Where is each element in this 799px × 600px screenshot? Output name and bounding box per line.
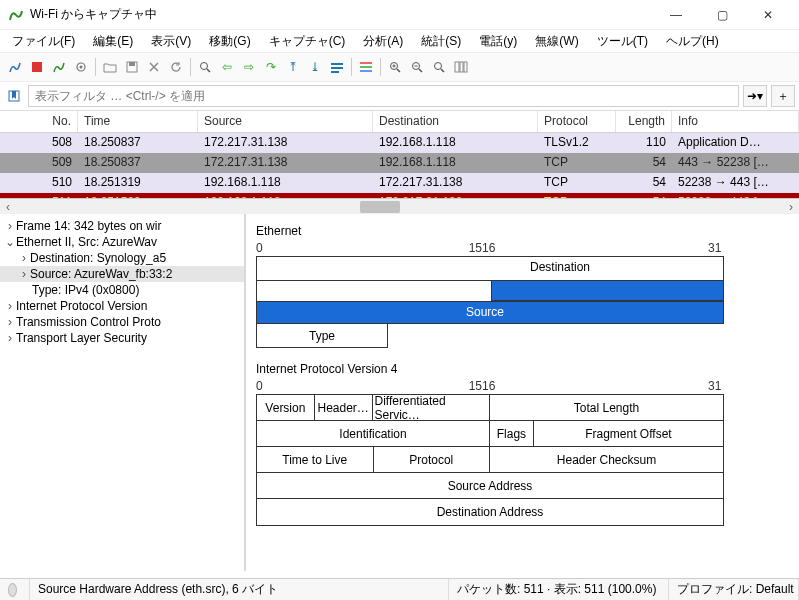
menu-statistics[interactable]: 統計(S) (413, 31, 469, 52)
cell-len: 54 (616, 153, 672, 173)
status-profile[interactable]: プロファイル: Default (669, 579, 799, 600)
capture-options-icon[interactable] (70, 56, 92, 78)
packet-row[interactable]: 51018.251319192.168.1.118172.217.31.138T… (0, 173, 799, 193)
colorize-icon[interactable] (355, 56, 377, 78)
scroll-left-icon[interactable]: ‹ (0, 199, 16, 215)
restart-capture-icon[interactable] (48, 56, 70, 78)
packet-row[interactable]: 50918.250837172.217.31.138192.168.1.118T… (0, 153, 799, 173)
menu-edit[interactable]: 編集(E) (85, 31, 141, 52)
auto-scroll-icon[interactable] (326, 56, 348, 78)
svg-rect-8 (331, 67, 343, 69)
save-file-icon[interactable] (121, 56, 143, 78)
svg-point-2 (80, 66, 83, 69)
menu-help[interactable]: ヘルプ(H) (658, 31, 727, 52)
bookmark-filter-icon[interactable] (4, 86, 24, 106)
col-header-info[interactable]: Info (672, 111, 799, 132)
ip-ttl-field[interactable]: Time to Live (257, 447, 374, 473)
expander-icon[interactable]: › (18, 251, 30, 265)
tree-tcp[interactable]: Transmission Control Proto (16, 315, 161, 329)
resize-columns-icon[interactable] (450, 56, 472, 78)
expander-icon[interactable]: › (4, 315, 16, 329)
expander-icon[interactable]: › (4, 299, 16, 313)
expert-info-icon[interactable] (8, 583, 17, 597)
tree-eth-dst[interactable]: Destination: Synology_a5 (30, 251, 166, 265)
expander-icon[interactable]: › (4, 331, 16, 345)
cell-dst: 172.217.31.138 (373, 173, 538, 193)
col-header-length[interactable]: Length (616, 111, 672, 132)
minimize-button[interactable]: — (653, 0, 699, 30)
first-packet-icon[interactable]: ⤒ (282, 56, 304, 78)
go-forward-icon[interactable]: ⇨ (238, 56, 260, 78)
display-filter-input[interactable] (28, 85, 739, 107)
col-header-destination[interactable]: Destination (373, 111, 538, 132)
maximize-button[interactable]: ▢ (699, 0, 745, 30)
go-to-packet-icon[interactable]: ↷ (260, 56, 282, 78)
eth-src-field[interactable]: Source (466, 305, 504, 319)
zoom-out-icon[interactable] (406, 56, 428, 78)
menu-view[interactable]: 表示(V) (143, 31, 199, 52)
zoom-reset-icon[interactable] (428, 56, 450, 78)
tree-tls[interactable]: Transport Layer Security (16, 331, 147, 345)
scroll-thumb[interactable] (360, 201, 400, 213)
menu-wireless[interactable]: 無線(W) (527, 31, 586, 52)
ip-version-field[interactable]: Version (257, 395, 315, 421)
cell-dst: 192.168.1.118 (373, 133, 538, 153)
col-header-time[interactable]: Time (78, 111, 198, 132)
tree-ethernet[interactable]: Ethernet II, Src: AzureWav (16, 235, 157, 249)
tree-frame[interactable]: Frame 14: 342 bytes on wir (16, 219, 161, 233)
packet-list-scrollbar[interactable]: ‹ › (0, 198, 799, 214)
tree-eth-src[interactable]: Source: AzureWav_fb:33:2 (30, 267, 172, 281)
start-capture-icon[interactable] (4, 56, 26, 78)
ip-srcaddr-field[interactable]: Source Address (257, 473, 723, 499)
cell-src: 172.217.31.138 (198, 133, 373, 153)
cell-len: 54 (616, 173, 672, 193)
filter-apply-button[interactable]: ➜▾ (743, 85, 767, 107)
open-file-icon[interactable] (99, 56, 121, 78)
menu-analyze[interactable]: 分析(A) (355, 31, 411, 52)
eth-dest-field[interactable]: Destination (530, 260, 590, 274)
svg-line-21 (441, 69, 444, 72)
scroll-right-icon[interactable]: › (783, 199, 799, 215)
close-file-icon[interactable] (143, 56, 165, 78)
menu-file[interactable]: ファイル(F) (4, 31, 83, 52)
close-button[interactable]: ✕ (745, 0, 791, 30)
cell-time: 18.250837 (78, 153, 198, 173)
ip-proto-field[interactable]: Protocol (374, 447, 491, 473)
diagram-ip-title: Internet Protocol Version 4 (256, 362, 789, 376)
expander-icon[interactable]: › (4, 219, 16, 233)
cell-proto: TLSv1.2 (538, 133, 616, 153)
find-packet-icon[interactable] (194, 56, 216, 78)
ip-checksum-field[interactable]: Header Checksum (490, 447, 723, 473)
tree-eth-type[interactable]: Type: IPv4 (0x0800) (32, 283, 139, 297)
menu-capture[interactable]: キャプチャ(C) (261, 31, 354, 52)
svg-rect-9 (331, 71, 339, 73)
packet-details-tree[interactable]: ›Frame 14: 342 bytes on wir ⌄Ethernet II… (0, 214, 246, 571)
expander-icon[interactable]: › (18, 267, 30, 281)
expander-icon[interactable]: ⌄ (4, 235, 16, 249)
col-header-source[interactable]: Source (198, 111, 373, 132)
ip-dstaddr-field[interactable]: Destination Address (257, 499, 723, 525)
stop-capture-icon[interactable] (26, 56, 48, 78)
cell-info: 52238 → 443 [… (672, 173, 799, 193)
tree-ip[interactable]: Internet Protocol Version (16, 299, 147, 313)
ip-fragoff-field[interactable]: Fragment Offset (534, 421, 723, 447)
col-header-protocol[interactable]: Protocol (538, 111, 616, 132)
eth-type-field[interactable]: Type (256, 324, 388, 348)
packet-row[interactable]: 50818.250837172.217.31.138192.168.1.118T… (0, 133, 799, 153)
ip-header-field[interactable]: Header… (315, 395, 373, 421)
menu-tools[interactable]: ツール(T) (589, 31, 656, 52)
col-header-no[interactable]: No. (0, 111, 78, 132)
cell-len: 110 (616, 133, 672, 153)
ip-ident-field[interactable]: Identification (257, 421, 490, 447)
ip-dscp-field[interactable]: Differentiated Servic… (373, 395, 491, 421)
go-back-icon[interactable]: ⇦ (216, 56, 238, 78)
last-packet-icon[interactable]: ⤓ (304, 56, 326, 78)
menu-go[interactable]: 移動(G) (201, 31, 258, 52)
zoom-in-icon[interactable] (384, 56, 406, 78)
filter-add-button[interactable]: ＋ (771, 85, 795, 107)
menu-telephony[interactable]: 電話(y) (471, 31, 525, 52)
ip-flags-field[interactable]: Flags (490, 421, 534, 447)
reload-icon[interactable] (165, 56, 187, 78)
ip-totlen-field[interactable]: Total Length (490, 395, 723, 421)
packet-diagram: Ethernet 0151631 Destination Source Type… (246, 214, 799, 571)
